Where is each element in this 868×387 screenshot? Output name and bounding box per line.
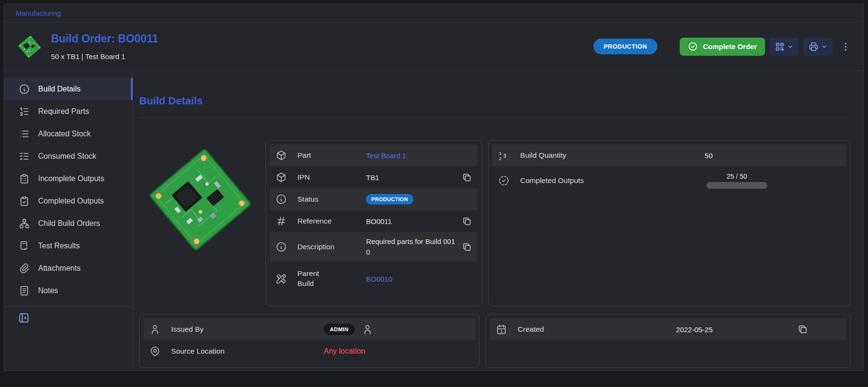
detail-row-build-quantity: 123 Build Quantity 50 — [492, 144, 846, 166]
sidebar-divider — [4, 306, 133, 307]
barcode-actions-button[interactable] — [769, 38, 799, 56]
page-title: Build Order: BO0011 — [51, 32, 158, 45]
copy-button[interactable] — [462, 173, 472, 183]
menu-dots-button[interactable] — [840, 41, 851, 52]
panel-heading: Build Details — [139, 95, 850, 107]
detail-row-parent-build: Parent Build BO0010 — [270, 262, 478, 296]
detail-label: Completed Outputs — [520, 176, 584, 185]
box-icon — [276, 172, 297, 183]
sidebar-item-notes[interactable]: Notes — [4, 279, 133, 302]
app-container: Manufacturing Build Order: BO0011 50 x T… — [4, 4, 864, 371]
sidebar: Build Details Required Parts Allocated S… — [4, 71, 133, 370]
progress-check-icon — [498, 175, 520, 186]
page-subtitle: 50 x TB1 | Test Board 1 — [51, 52, 158, 61]
user-icon — [149, 324, 171, 335]
detail-label: Created — [518, 325, 676, 334]
detail-value: 2022-05-25 — [676, 326, 713, 334]
detail-row-issued-by: Issued By ADMIN — [143, 318, 475, 340]
svg-text:1: 1 — [500, 329, 503, 334]
printer-icon — [808, 41, 819, 52]
heading-divider — [139, 118, 850, 118]
page-header: Build Order: BO0011 50 x TB1 | Test Boar… — [4, 22, 863, 71]
part-thumbnail[interactable] — [17, 32, 42, 61]
paperclip-icon — [19, 263, 30, 274]
sidebar-item-required-parts[interactable]: Required Parts — [4, 100, 133, 122]
detail-row-source-location: Source Location Any location — [143, 340, 475, 362]
print-actions-button[interactable] — [803, 38, 833, 56]
progress-label: 25 / 50 — [727, 173, 747, 180]
parent-build-link[interactable]: BO0010 — [366, 275, 392, 283]
sitemap-icon — [19, 218, 30, 229]
circle-check-icon — [688, 41, 698, 51]
sidebar-item-build-details[interactable]: Build Details — [4, 78, 133, 100]
info-circle-icon — [19, 83, 30, 95]
sidebar-item-label: Allocated Stock — [38, 130, 91, 138]
qrcode-icon — [775, 41, 785, 52]
detail-label: Source Location — [171, 347, 324, 356]
sidebar-item-consumed-stock[interactable]: Consumed Stock — [4, 145, 133, 167]
svg-text:3: 3 — [503, 153, 506, 159]
main-panel: Build Details Part Test Board 1 — [133, 71, 863, 370]
chevron-down-icon — [787, 43, 794, 50]
detail-row-created: 1 Created 2022-05-25 — [490, 318, 846, 340]
detail-label: Reference — [297, 216, 366, 226]
copy-button[interactable] — [462, 216, 472, 226]
sidebar-item-label: Notes — [38, 286, 58, 295]
list-numbers-icon — [19, 106, 30, 117]
list-icon — [19, 128, 30, 140]
copy-icon — [462, 173, 472, 183]
detail-row-description: Description Required parts for Build 001… — [270, 232, 478, 262]
progress-bar — [706, 182, 767, 189]
sidebar-item-attachments[interactable]: Attachments — [4, 257, 133, 279]
completed-outputs-progress: 25 / 50 — [706, 173, 768, 189]
detail-row-completed-outputs: Completed Outputs 25 / 50 — [492, 166, 846, 195]
list-check-icon — [19, 151, 30, 162]
sidebar-item-test-results[interactable]: Test Results — [4, 234, 133, 257]
sidebar-item-label: Test Results — [38, 242, 80, 250]
sidebar-item-label: Incomplete Outputs — [38, 174, 104, 183]
copy-icon — [462, 216, 472, 226]
user-badge: ADMIN — [324, 324, 355, 335]
file-check-icon — [19, 240, 30, 252]
sidebar-item-label: Child Build Orders — [38, 219, 100, 228]
status-badge: PRODUCTION — [593, 39, 657, 54]
part-image[interactable] — [143, 140, 257, 259]
sidebar-item-completed-outputs[interactable]: Completed Outputs — [4, 190, 133, 212]
calendar-icon: 1 — [496, 324, 518, 335]
copy-icon — [462, 242, 472, 252]
part-link[interactable]: Test Board 1 — [366, 152, 406, 160]
sidebar-item-label: Required Parts — [38, 107, 89, 116]
tools-icon — [276, 273, 297, 285]
detail-label: Part — [297, 151, 366, 161]
breadcrumb-link-manufacturing[interactable]: Manufacturing — [16, 9, 61, 17]
sidebar-item-label: Consumed Stock — [38, 152, 96, 161]
detail-label: IPN — [297, 173, 366, 183]
complete-order-label: Complete Order — [703, 42, 757, 51]
sidebar-item-child-build-orders[interactable]: Child Build Orders — [4, 212, 133, 234]
copy-button[interactable] — [462, 242, 472, 252]
detail-row-status: Status PRODUCTION — [270, 188, 478, 210]
notes-icon — [19, 285, 30, 296]
user-icon — [362, 324, 373, 335]
sidebar-collapse-button[interactable] — [18, 312, 30, 324]
issued-by-value: ADMIN — [324, 324, 373, 335]
complete-order-button[interactable]: Complete Order — [680, 38, 765, 56]
detail-value: TB1 — [366, 173, 379, 182]
sidebar-item-incomplete-outputs[interactable]: Incomplete Outputs — [4, 167, 133, 190]
detail-label: Parent Build — [297, 269, 366, 289]
panel-collapse-icon — [18, 312, 30, 324]
dots-vertical-icon — [840, 41, 851, 52]
header-titles: Build Order: BO0011 50 x TB1 | Test Boar… — [51, 32, 158, 61]
copy-button[interactable] — [797, 324, 808, 335]
detail-label: Issued By — [171, 325, 324, 334]
detail-label: Build Quantity — [520, 151, 566, 160]
header-actions: PRODUCTION Complete Order — [593, 38, 851, 56]
hash-icon — [276, 215, 297, 227]
quantity-card: 123 Build Quantity 50 Completed Outputs … — [488, 140, 850, 306]
part-details-card: Part Test Board 1 IPN TB1 — [266, 140, 482, 306]
detail-row-ipn: IPN TB1 — [270, 166, 478, 188]
detail-row-reference: Reference BO0011 — [270, 210, 478, 232]
sidebar-item-allocated-stock[interactable]: Allocated Stock — [4, 122, 133, 145]
svg-text:2: 2 — [499, 156, 501, 161]
box-icon — [276, 150, 297, 161]
